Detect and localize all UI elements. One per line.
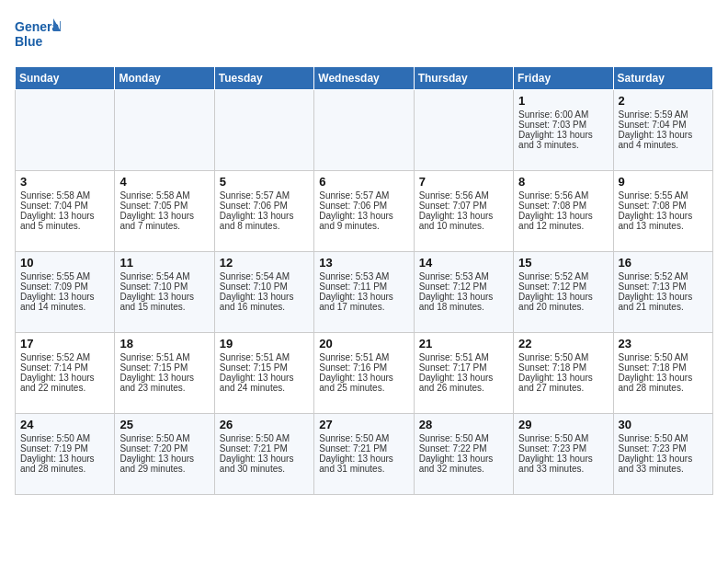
calendar-cell: 8Sunrise: 5:56 AMSunset: 7:08 PMDaylight… <box>514 171 613 252</box>
calendar-cell: 18Sunrise: 5:51 AMSunset: 7:15 PMDayligh… <box>115 333 214 414</box>
day-info: Sunset: 7:18 PM <box>518 362 608 373</box>
day-info: Daylight: 13 hours <box>518 454 608 464</box>
day-info: Sunrise: 5:50 AM <box>20 433 109 443</box>
day-info: Sunset: 7:06 PM <box>220 201 309 211</box>
header-monday: Monday <box>115 67 214 90</box>
day-info: and 23 minutes. <box>119 383 209 393</box>
day-info: and 30 minutes. <box>220 464 309 474</box>
day-number: 30 <box>619 418 708 431</box>
day-number: 3 <box>20 175 109 189</box>
header-friday: Friday <box>514 67 613 90</box>
day-info: and 4 minutes. <box>619 140 708 150</box>
day-info: Daylight: 13 hours <box>220 292 309 302</box>
day-info: Sunrise: 5:51 AM <box>220 352 309 362</box>
calendar-cell: 26Sunrise: 5:50 AMSunset: 7:21 PMDayligh… <box>214 414 313 495</box>
day-info: Sunset: 7:15 PM <box>119 362 209 373</box>
day-number: 16 <box>619 256 708 270</box>
week-row-3: 10Sunrise: 5:55 AMSunset: 7:09 PMDayligh… <box>16 252 713 333</box>
day-number: 6 <box>319 175 408 189</box>
calendar-cell <box>214 90 313 171</box>
week-row-2: 3Sunrise: 5:58 AMSunset: 7:04 PMDaylight… <box>16 171 713 252</box>
day-number: 29 <box>518 418 608 431</box>
header-saturday: Saturday <box>613 67 712 90</box>
svg-text:Blue: Blue <box>15 34 43 49</box>
day-number: 4 <box>119 175 209 189</box>
day-info: and 8 minutes. <box>220 221 309 231</box>
day-info: Sunset: 7:15 PM <box>220 362 309 373</box>
day-info: and 25 minutes. <box>319 383 408 393</box>
day-number: 28 <box>419 418 508 431</box>
day-info: Daylight: 13 hours <box>419 373 508 383</box>
day-info: Daylight: 13 hours <box>619 130 708 140</box>
day-info: and 10 minutes. <box>419 221 508 231</box>
calendar-cell: 28Sunrise: 5:50 AMSunset: 7:22 PMDayligh… <box>414 414 513 495</box>
day-number: 22 <box>518 337 608 350</box>
calendar-cell: 16Sunrise: 5:52 AMSunset: 7:13 PMDayligh… <box>613 252 712 333</box>
day-info: Daylight: 13 hours <box>220 211 309 221</box>
day-info: Sunset: 7:21 PM <box>319 443 408 454</box>
day-number: 24 <box>20 418 109 431</box>
day-info: Sunrise: 5:59 AM <box>619 109 708 120</box>
day-info: Daylight: 13 hours <box>619 292 708 302</box>
day-info: Daylight: 13 hours <box>20 454 109 464</box>
day-info: and 27 minutes. <box>518 383 608 393</box>
day-info: Daylight: 13 hours <box>220 373 309 383</box>
day-info: and 15 minutes. <box>119 302 209 312</box>
calendar-cell: 23Sunrise: 5:50 AMSunset: 7:18 PMDayligh… <box>613 333 712 414</box>
day-info: Sunset: 7:05 PM <box>119 201 209 211</box>
day-info: Sunrise: 5:58 AM <box>119 190 209 201</box>
calendar-cell: 14Sunrise: 5:53 AMSunset: 7:12 PMDayligh… <box>414 252 513 333</box>
calendar-cell: 21Sunrise: 5:51 AMSunset: 7:17 PMDayligh… <box>414 333 513 414</box>
day-info: and 13 minutes. <box>619 221 708 231</box>
day-info: and 18 minutes. <box>419 302 508 312</box>
calendar-cell <box>414 90 513 171</box>
calendar-cell: 27Sunrise: 5:50 AMSunset: 7:21 PMDayligh… <box>314 414 414 495</box>
day-info: Sunrise: 5:50 AM <box>518 352 608 362</box>
day-info: and 14 minutes. <box>20 302 109 312</box>
day-info: Sunset: 7:03 PM <box>518 120 608 130</box>
day-info: Sunrise: 5:57 AM <box>319 190 408 201</box>
calendar-cell: 3Sunrise: 5:58 AMSunset: 7:04 PMDaylight… <box>16 171 115 252</box>
day-info: Sunrise: 5:55 AM <box>619 190 708 201</box>
week-row-4: 17Sunrise: 5:52 AMSunset: 7:14 PMDayligh… <box>16 333 713 414</box>
day-number: 26 <box>220 418 309 431</box>
day-info: Daylight: 13 hours <box>220 454 309 464</box>
day-info: Sunset: 7:16 PM <box>319 362 408 373</box>
header-wednesday: Wednesday <box>314 67 414 90</box>
day-number: 7 <box>419 175 508 189</box>
day-info: Sunset: 7:10 PM <box>119 282 209 292</box>
day-info: Daylight: 13 hours <box>319 292 408 302</box>
day-number: 1 <box>518 94 608 108</box>
calendar-cell: 13Sunrise: 5:53 AMSunset: 7:11 PMDayligh… <box>314 252 414 333</box>
day-info: Sunrise: 6:00 AM <box>518 109 608 120</box>
calendar-cell: 1Sunrise: 6:00 AMSunset: 7:03 PMDaylight… <box>514 90 613 171</box>
logo-svg: General Blue <box>15 15 61 55</box>
day-info: Daylight: 13 hours <box>319 373 408 383</box>
day-info: Sunrise: 5:54 AM <box>119 271 209 282</box>
day-info: Sunset: 7:21 PM <box>220 443 309 454</box>
day-info: and 29 minutes. <box>119 464 209 474</box>
calendar-cell: 10Sunrise: 5:55 AMSunset: 7:09 PMDayligh… <box>16 252 115 333</box>
day-info: and 24 minutes. <box>220 383 309 393</box>
day-info: Daylight: 13 hours <box>119 373 209 383</box>
day-number: 14 <box>419 256 508 270</box>
day-info: and 21 minutes. <box>619 302 708 312</box>
calendar-cell: 12Sunrise: 5:54 AMSunset: 7:10 PMDayligh… <box>214 252 313 333</box>
day-info: and 28 minutes. <box>20 464 109 474</box>
day-info: Sunset: 7:20 PM <box>119 443 209 454</box>
day-info: and 12 minutes. <box>518 221 608 231</box>
day-info: Sunset: 7:12 PM <box>419 282 508 292</box>
day-info: and 22 minutes. <box>20 383 109 393</box>
day-info: Sunset: 7:22 PM <box>419 443 508 454</box>
day-number: 13 <box>319 256 408 270</box>
day-info: Sunset: 7:08 PM <box>619 201 708 211</box>
calendar-cell <box>16 90 115 171</box>
day-number: 5 <box>220 175 309 189</box>
calendar-cell: 4Sunrise: 5:58 AMSunset: 7:05 PMDaylight… <box>115 171 214 252</box>
week-row-5: 24Sunrise: 5:50 AMSunset: 7:19 PMDayligh… <box>16 414 713 495</box>
calendar-cell: 2Sunrise: 5:59 AMSunset: 7:04 PMDaylight… <box>613 90 712 171</box>
day-info: and 16 minutes. <box>220 302 309 312</box>
day-info: and 20 minutes. <box>518 302 608 312</box>
day-info: Sunset: 7:09 PM <box>20 282 109 292</box>
day-info: Sunrise: 5:50 AM <box>619 352 708 362</box>
